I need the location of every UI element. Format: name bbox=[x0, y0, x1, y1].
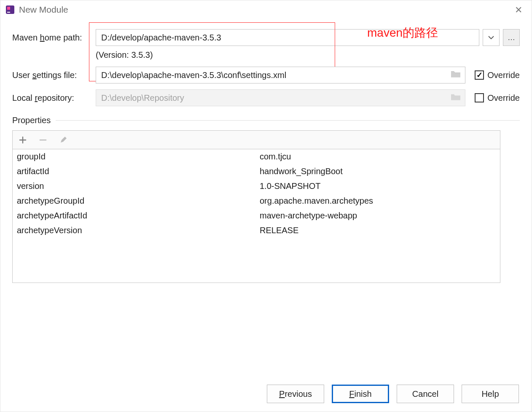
user-settings-override-wrap: Override bbox=[475, 70, 520, 80]
svg-rect-1 bbox=[7, 12, 10, 13]
label-mnemonic: s bbox=[32, 70, 37, 80]
local-repo-row: Local repository: Override bbox=[12, 89, 520, 106]
chevron-down-icon bbox=[488, 36, 494, 39]
plus-icon bbox=[19, 136, 27, 144]
properties-title: Properties bbox=[12, 116, 51, 125]
close-button[interactable]: ✕ bbox=[515, 5, 522, 16]
property-key: archetypeGroupId bbox=[17, 196, 260, 206]
property-value: com.tjcu bbox=[260, 152, 496, 162]
user-settings-field-wrap: Override bbox=[96, 67, 520, 83]
property-value: org.apache.maven.archetypes bbox=[260, 196, 496, 206]
local-repo-override-label: Override bbox=[487, 93, 520, 103]
new-module-dialog: New Module ✕ maven的路径 Maven home path: …… bbox=[0, 0, 532, 412]
intellij-icon bbox=[5, 5, 15, 14]
maven-home-field-wrap: … bbox=[96, 29, 520, 46]
maven-version-text: (Version: 3.5.3) bbox=[96, 50, 520, 60]
table-row[interactable]: version1.0-SNAPSHOT bbox=[13, 179, 500, 194]
property-key: archetypeArtifactId bbox=[17, 211, 260, 221]
property-value: maven-archetype-webapp bbox=[260, 211, 496, 221]
property-key: version bbox=[17, 181, 260, 191]
label-text: Local bbox=[12, 93, 35, 102]
label-text: User bbox=[12, 70, 32, 80]
previous-button[interactable]: Previous bbox=[267, 385, 324, 403]
maven-home-dropdown-button[interactable] bbox=[483, 29, 500, 46]
folder-icon bbox=[450, 70, 461, 78]
title-bar: New Module ✕ bbox=[0, 0, 532, 19]
property-key: archetypeVersion bbox=[17, 226, 260, 235]
edit-property-button[interactable] bbox=[57, 134, 69, 146]
form-area: Maven home path: … (Version: 3.5.3) User… bbox=[0, 19, 532, 125]
window-title: New Module bbox=[19, 5, 68, 15]
maven-home-row: Maven home path: … bbox=[12, 29, 520, 46]
maven-home-browse-button[interactable]: … bbox=[503, 29, 520, 46]
help-button[interactable]: Help bbox=[462, 385, 519, 403]
pencil-icon bbox=[59, 136, 67, 144]
local-repo-override-wrap: Override bbox=[475, 93, 520, 103]
local-repo-override-checkbox[interactable] bbox=[475, 93, 484, 102]
divider bbox=[56, 120, 520, 121]
folder-icon bbox=[450, 93, 461, 101]
annotation-text: maven的路径 bbox=[367, 25, 438, 41]
local-repo-field-wrap: Override bbox=[96, 89, 520, 106]
maven-home-label: Maven home path: bbox=[12, 33, 96, 43]
minus-icon bbox=[39, 136, 47, 144]
local-repo-input bbox=[96, 89, 465, 106]
finish-button[interactable]: Finish bbox=[332, 385, 389, 403]
properties-header: Properties bbox=[12, 116, 520, 125]
label-text: epository: bbox=[38, 93, 74, 102]
property-value: handwork_SpringBoot bbox=[260, 167, 496, 176]
remove-property-button[interactable] bbox=[37, 134, 49, 146]
user-settings-label: User settings file: bbox=[12, 70, 96, 80]
property-key: artifactId bbox=[17, 167, 260, 176]
table-row[interactable]: archetypeVersionRELEASE bbox=[13, 223, 500, 238]
table-row[interactable]: groupIdcom.tjcu bbox=[13, 149, 500, 164]
cancel-button[interactable]: Cancel bbox=[397, 385, 454, 403]
label-text: Maven bbox=[12, 33, 40, 42]
user-settings-browse-button[interactable] bbox=[450, 70, 461, 81]
local-repo-label: Local repository: bbox=[12, 93, 96, 103]
label-mnemonic: h bbox=[40, 33, 45, 42]
button-label: inish bbox=[355, 389, 372, 399]
property-value: 1.0-SNAPSHOT bbox=[260, 181, 496, 191]
button-bar: Previous Finish Cancel Help bbox=[267, 385, 519, 403]
label-text: ome path: bbox=[45, 33, 82, 42]
user-settings-override-checkbox[interactable] bbox=[475, 70, 484, 80]
button-mnemonic: F bbox=[349, 389, 354, 399]
local-repo-browse-button[interactable] bbox=[450, 93, 461, 103]
properties-table[interactable]: groupIdcom.tjcuartifactIdhandwork_Spring… bbox=[13, 149, 500, 283]
user-settings-row: User settings file: Override bbox=[12, 67, 520, 83]
label-text: ettings file: bbox=[37, 70, 77, 80]
table-row[interactable]: archetypeGroupIdorg.apache.maven.archety… bbox=[13, 194, 500, 208]
button-mnemonic: P bbox=[279, 389, 285, 399]
user-settings-override-label: Override bbox=[487, 70, 520, 80]
table-row[interactable]: archetypeArtifactIdmaven-archetype-webap… bbox=[13, 208, 500, 223]
properties-toolbar bbox=[13, 131, 500, 149]
user-settings-input[interactable] bbox=[96, 67, 465, 83]
add-property-button[interactable] bbox=[17, 134, 29, 146]
property-key: groupId bbox=[17, 152, 260, 162]
table-row[interactable]: artifactIdhandwork_SpringBoot bbox=[13, 164, 500, 179]
property-value: RELEASE bbox=[260, 226, 496, 235]
properties-panel: groupIdcom.tjcuartifactIdhandwork_Spring… bbox=[12, 130, 500, 283]
button-label: revious bbox=[285, 389, 312, 399]
